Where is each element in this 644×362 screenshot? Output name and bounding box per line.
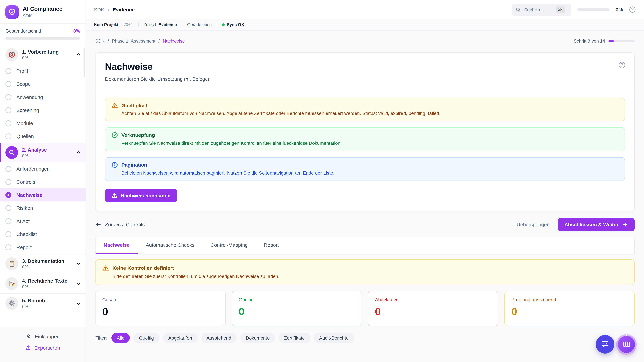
sync-ok-dot <box>222 23 225 26</box>
card-body: Gueltigkeit Achten Sie auf das Ablaufdat… <box>96 89 634 211</box>
app-window: AI Compliance SDK Gesamtfortschritt 0% 1… <box>0 0 644 362</box>
stat-card-pruefung-ausstehend: Pruefung ausstehend 0 <box>504 291 634 326</box>
sidebar-section-dokumentation[interactable]: 3. Dokumentation 0% <box>0 254 86 274</box>
tab-bar: Nachweise Automatische Checks Control-Ma… <box>95 237 634 254</box>
board-columns-fab[interactable] <box>617 335 636 354</box>
tab-report[interactable]: Report <box>256 237 287 254</box>
breadcrumb-current: Evidence <box>112 7 135 12</box>
main-area: SDK › Evidence ⌘K 0% Kein <box>86 0 644 362</box>
sidebar-item-profil[interactable]: Profil <box>0 64 86 77</box>
page-breadcrumb: SDK / Phase 1: Assessment / Nachweise <box>95 38 185 43</box>
section-progress: 0% <box>22 304 72 309</box>
filter-chip-audit-berichte[interactable]: Audit-Berichte <box>314 333 354 343</box>
radio-selected-icon <box>5 192 12 198</box>
export-button[interactable]: Exportieren <box>0 342 86 353</box>
overall-progress-bar <box>5 37 80 39</box>
step-indicator: Schritt 3 von 14 <box>574 38 634 43</box>
filter-chip-abgelaufen[interactable]: Abgelaufen <box>163 333 198 343</box>
radio-icon <box>5 81 12 87</box>
sidebar-item-risiken[interactable]: Risiken <box>0 201 86 215</box>
sidebar-item-anwendung[interactable]: Anwendung <box>0 90 86 104</box>
overall-progress-label: Gesamtfortschritt <box>5 28 41 33</box>
skip-button[interactable]: Ueberspringen <box>516 222 550 227</box>
radio-icon <box>5 120 12 126</box>
infobox-pagination: Pagination Bei vielen Nachweisen wird au… <box>105 157 625 181</box>
sidebar-section-analyse[interactable]: 2. Analyse 0% <box>0 143 86 162</box>
sidebar-item-anforderungen[interactable]: Anforderungen <box>0 162 86 175</box>
magnifier-icon <box>5 146 18 159</box>
wizard-nav-row: Zurueck: Controls Ueberspringen Abschlie… <box>95 218 634 231</box>
card-help-icon[interactable] <box>618 61 626 69</box>
overall-progress-value: 0% <box>74 28 80 33</box>
crumb-sdk[interactable]: SDK <box>95 38 105 43</box>
warning-triangle-icon <box>102 265 109 271</box>
crumb-phase[interactable]: Phase 1: Assessment <box>112 38 156 43</box>
sidebar-section-betrieb[interactable]: 5. Betrieb 0% <box>0 294 86 313</box>
sidebar-item-screening[interactable]: Screening <box>0 104 86 117</box>
sidebar-header: AI Compliance SDK <box>0 0 86 24</box>
page-subtitle: Dokumentieren Sie die Umsetzung mit Bele… <box>105 76 625 82</box>
warning-body: Bitte definieren Sie zuerst Kontrollen, … <box>102 273 628 279</box>
crumb-current: Nachweise <box>163 38 185 43</box>
section-label: 3. Dokumentation <box>22 258 72 264</box>
stat-card-abgelaufen: Abgelaufen 0 <box>368 291 498 326</box>
last-sync-time: Gerade eben <box>187 22 212 27</box>
chat-bubble-icon <box>601 340 610 349</box>
app-logo <box>5 5 19 19</box>
topbar-progress-value: 0% <box>616 7 623 12</box>
section-label: 1. Vorbereitung <box>22 49 72 55</box>
filter-chip-gueltig[interactable]: Gueltig <box>134 333 159 343</box>
page-breadcrumb-row: SDK / Phase 1: Assessment / Nachweise Sc… <box>95 38 634 43</box>
sidebar-item-nachweise[interactable]: Nachweise <box>0 188 86 201</box>
tab-nachweise[interactable]: Nachweise <box>96 237 138 254</box>
sidebar-item-ai-act[interactable]: AI Act <box>0 215 86 228</box>
filter-chip-zertifikate[interactable]: Zertifikate <box>279 333 310 343</box>
section-progress: 0% <box>22 55 72 60</box>
collapse-sidebar-button[interactable]: Einklappen <box>0 331 86 342</box>
filter-row: Filter: Alle Gueltig Abgelaufen Ausstehe… <box>95 333 634 343</box>
floating-actions <box>596 335 636 354</box>
radio-icon <box>5 166 12 172</box>
sidebar-scrollbar[interactable] <box>84 48 85 77</box>
sidebar-item-report[interactable]: Report <box>0 241 86 254</box>
infobox-body: Achten Sie auf das Ablaufdatum von Nachw… <box>111 110 618 117</box>
chat-fab[interactable] <box>596 335 614 354</box>
section-label: 5. Betrieb <box>22 298 72 304</box>
sidebar-item-quellen[interactable]: Quellen <box>0 130 86 143</box>
filter-chip-alle[interactable]: Alle <box>111 333 130 343</box>
filter-chip-ausstehend[interactable]: Ausstehend <box>201 333 237 343</box>
breadcrumb-root[interactable]: SDK <box>94 7 104 12</box>
tab-automatische-checks[interactable]: Automatische Checks <box>138 237 202 254</box>
radio-icon <box>5 94 12 100</box>
chevron-up-icon <box>76 52 81 57</box>
topbar: SDK › Evidence ⌘K 0% <box>86 0 644 19</box>
radio-icon <box>5 231 12 237</box>
filter-chip-dokumente[interactable]: Dokumente <box>240 333 275 343</box>
last-visited: Zuletzt: Evidence <box>144 22 177 27</box>
sidebar-section-vorbereitung[interactable]: 1. Vorbereitung 0% <box>0 45 86 64</box>
search-box[interactable]: ⌘K <box>512 3 572 15</box>
sidebar-section-rechtliche-texte[interactable]: 4. Rechtliche Texte 0% <box>0 274 86 293</box>
infobox-gueltigkeit: Gueltigkeit Achten Sie auf das Ablaufdat… <box>105 97 625 121</box>
help-icon[interactable] <box>629 6 636 13</box>
sidebar-item-module[interactable]: Module <box>0 117 86 130</box>
radio-icon <box>5 179 12 185</box>
no-controls-warning: Keine Kontrollen definiert Bitte definie… <box>95 259 634 285</box>
back-button[interactable]: Zurueck: Controls <box>95 221 145 227</box>
sidebar-item-controls[interactable]: Controls <box>0 175 86 188</box>
complete-next-button[interactable]: Abschliessen & Weiter <box>558 218 634 231</box>
topbar-progress-bar <box>578 8 610 11</box>
tab-control-mapping[interactable]: Control-Mapping <box>202 237 256 254</box>
breadcrumb: SDK › Evidence <box>94 7 135 12</box>
chevron-down-icon <box>76 261 81 266</box>
double-chevron-left-icon <box>26 334 31 339</box>
filter-label: Filter: <box>95 335 107 340</box>
arrow-right-icon <box>622 221 628 227</box>
radio-icon <box>5 244 12 250</box>
project-status: Kein Projekt <box>94 22 118 27</box>
search-input[interactable] <box>524 7 553 12</box>
sidebar-item-scope[interactable]: Scope <box>0 77 86 90</box>
infobox-body: Bei vielen Nachweisen wird automatisch p… <box>111 170 618 176</box>
upload-evidence-button[interactable]: Nachweis hochladen <box>105 189 177 202</box>
sidebar-item-checklist[interactable]: Checklist <box>0 228 86 241</box>
